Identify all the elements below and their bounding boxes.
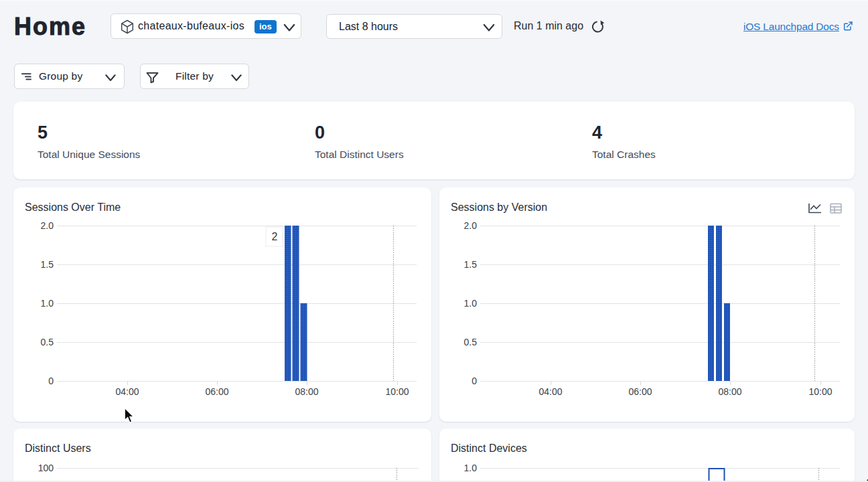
svg-text:06:00: 06:00 bbox=[205, 386, 228, 397]
svg-text:1.0: 1.0 bbox=[464, 298, 478, 309]
svg-text:2.0: 2.0 bbox=[464, 220, 478, 231]
svg-text:2.0: 2.0 bbox=[41, 220, 54, 231]
svg-text:0: 0 bbox=[472, 376, 477, 386]
svg-text:10:00: 10:00 bbox=[808, 386, 832, 397]
svg-text:1.0: 1.0 bbox=[41, 298, 54, 309]
svg-text:2: 2 bbox=[272, 231, 278, 242]
svg-text:1.5: 1.5 bbox=[464, 259, 478, 270]
svg-text:10:00: 10:00 bbox=[385, 386, 409, 397]
svg-text:0: 0 bbox=[48, 376, 54, 386]
svg-text:1.0: 1.0 bbox=[464, 463, 478, 473]
svg-text:04:00: 04:00 bbox=[115, 386, 139, 397]
svg-text:08:00: 08:00 bbox=[295, 386, 318, 397]
svg-text:0.5: 0.5 bbox=[41, 337, 54, 347]
svg-text:0.5: 0.5 bbox=[464, 337, 478, 347]
svg-text:04:00: 04:00 bbox=[538, 386, 562, 397]
svg-text:06:00: 06:00 bbox=[628, 386, 652, 397]
svg-text:100: 100 bbox=[38, 463, 54, 473]
svg-text:1.5: 1.5 bbox=[41, 259, 54, 270]
svg-text:08:00: 08:00 bbox=[718, 386, 741, 397]
